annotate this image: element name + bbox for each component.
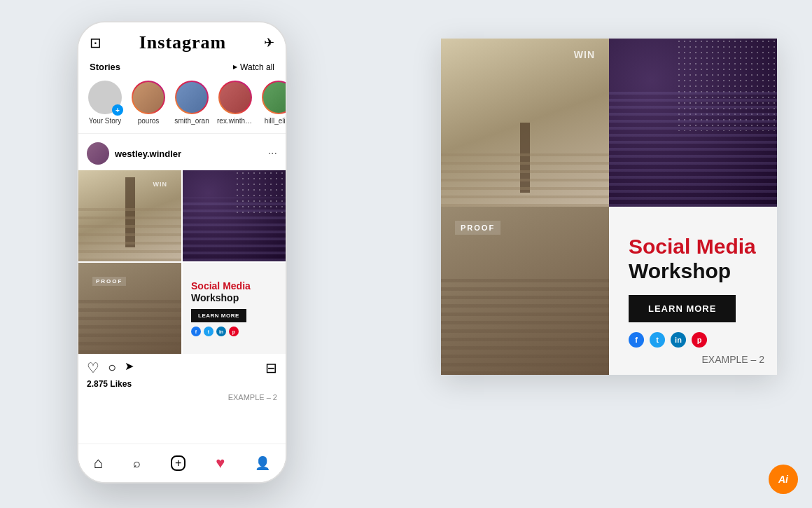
dp-cell-audience: PROOF: [441, 207, 609, 375]
dp-cell-presenter: WIN: [441, 39, 609, 207]
story-name: rex.wintheiser: [217, 117, 253, 125]
post-user: westley.windler: [87, 142, 181, 165]
story-name: smith_oran: [174, 117, 209, 125]
story-name: pouros: [138, 117, 160, 125]
profile-nav-icon[interactable]: 👤: [255, 455, 270, 471]
grid-cell-presenter: WIN: [78, 170, 181, 261]
likes-count: 2.875 Likes: [78, 379, 286, 393]
pinterest-icon-large[interactable]: p: [692, 332, 707, 348]
story-item-rex[interactable]: rex.wintheiser: [217, 81, 253, 125]
example-tag-small: EXAMPLE – 2: [78, 393, 286, 406]
instagram-header: ⊡ Instagram ✈: [78, 22, 286, 59]
search-nav-icon[interactable]: ⌕: [133, 456, 141, 471]
dp-cell-dark: [609, 39, 777, 207]
dp-cell-text: Social Media Workshop LEARN MORE f t in …: [609, 207, 777, 375]
workshop-title-black-large: Workshop: [629, 259, 731, 282]
win-text: WIN: [153, 181, 168, 188]
linkedin-icon-large[interactable]: in: [671, 332, 686, 348]
post-header: westley.windler ···: [78, 137, 286, 170]
add-story-button[interactable]: +: [112, 104, 123, 116]
post-username[interactable]: westley.windler: [115, 149, 181, 159]
story-name: hilll_eliza: [265, 117, 286, 125]
share-icon[interactable]: ➤: [125, 359, 134, 376]
bookmark-icon[interactable]: ⊟: [265, 359, 277, 376]
divider: [78, 133, 286, 134]
workshop-title-red: Social Media: [191, 280, 251, 292]
heart-icon[interactable]: ♡: [87, 359, 99, 376]
story-item-your[interactable]: + Your Story: [87, 81, 123, 125]
presenter-scene: WIN: [441, 39, 609, 207]
grid-cell-text: Social Media Workshop LEARN MORE f t in …: [183, 263, 286, 354]
stories-header: Stories Watch all: [78, 59, 286, 75]
bottom-navigation: ⌂ ⌕ + ♥ 👤: [78, 444, 286, 482]
activity-nav-icon[interactable]: ♥: [216, 454, 225, 472]
comment-icon[interactable]: ○: [108, 359, 116, 376]
proof-sign: PROOF: [92, 277, 126, 286]
story-item-hilll[interactable]: hilll_eliza: [260, 81, 286, 125]
add-nav-icon[interactable]: +: [171, 455, 186, 471]
stories-row: + Your Story pouros smith_oran: [78, 75, 286, 130]
audience-scene: PROOF: [441, 207, 609, 375]
phone-screen: ⊡ Instagram ✈ Stories Watch all + Your S…: [78, 22, 286, 482]
pinterest-icon-small[interactable]: p: [229, 327, 239, 336]
home-nav-icon[interactable]: ⌂: [94, 454, 103, 472]
social-icons-row-small: f t in p: [191, 327, 239, 336]
design-preview: WIN PROOF Social Media Workshop LEARN MO…: [441, 39, 777, 375]
dots-pattern-large: [676, 39, 777, 131]
proof-sign-large: PROOF: [455, 221, 500, 235]
workshop-title-black: Workshop: [191, 292, 239, 304]
learn-more-button-large[interactable]: LEARN MORE: [629, 295, 736, 322]
story-name: Your Story: [89, 117, 121, 125]
win-text-large: WIN: [574, 49, 595, 60]
social-icons-row-large: f t in p: [629, 332, 707, 348]
watch-all-link[interactable]: Watch all: [233, 62, 274, 72]
instagram-logo: Instagram: [139, 32, 227, 53]
post-actions: ♡ ○ ➤ ⊟: [78, 354, 286, 379]
learn-more-button-small[interactable]: LEARN MORE: [191, 309, 246, 322]
post-actions-left: ♡ ○ ➤: [87, 359, 134, 376]
grid-cell-light-audience: PROOF: [78, 263, 181, 354]
facebook-icon-large[interactable]: f: [629, 332, 644, 348]
post-avatar: [87, 142, 109, 165]
twitter-icon-small[interactable]: t: [204, 327, 214, 336]
camera-icon[interactable]: ⊡: [90, 34, 102, 51]
post-image-grid: WIN PROOF Social Media Workshop LEARN MO…: [78, 170, 286, 354]
phone-mockup: ⊡ Instagram ✈ Stories Watch all + Your S…: [77, 21, 287, 483]
illustrator-badge: Ai: [769, 465, 798, 494]
more-options-icon[interactable]: ···: [268, 147, 277, 160]
workshop-title-red-large: Social Media: [629, 235, 756, 258]
story-item-smith[interactable]: smith_oran: [174, 81, 210, 125]
example-tag-large: EXAMPLE – 2: [702, 354, 765, 365]
send-icon[interactable]: ✈: [264, 35, 274, 50]
linkedin-icon-small[interactable]: in: [216, 327, 226, 336]
dark-audience-scene: [609, 39, 777, 207]
dots-pattern: [234, 170, 286, 216]
story-item-pouros[interactable]: pouros: [130, 81, 167, 125]
facebook-icon-small[interactable]: f: [191, 327, 201, 336]
twitter-icon-large[interactable]: t: [650, 332, 665, 348]
stories-label: Stories: [90, 62, 120, 72]
grid-cell-dark-audience: [183, 170, 286, 261]
